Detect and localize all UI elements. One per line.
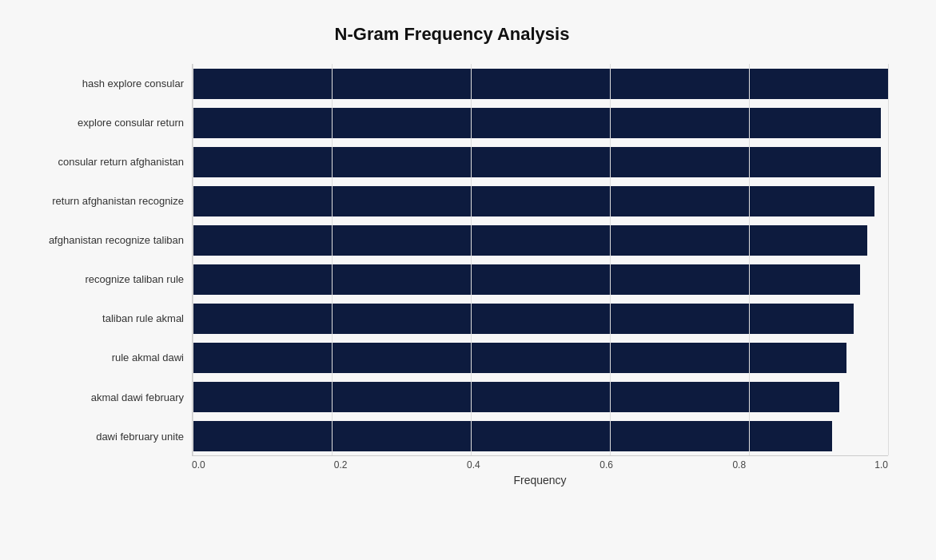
bar-row [193, 419, 888, 454]
bar-row [193, 66, 888, 101]
bar-row [193, 145, 888, 180]
bar-row [193, 340, 888, 375]
x-tick: 0.0 [192, 459, 224, 471]
x-tick: 0.2 [325, 459, 356, 471]
gridline [888, 64, 889, 455]
bar-row [193, 379, 888, 415]
y-label: consular return afghanistan [58, 156, 184, 169]
y-label: afghanistan recognize taliban [49, 234, 184, 247]
bar-row [193, 262, 888, 297]
bar [193, 69, 888, 99]
y-axis: hash explore consularexplore consular re… [16, 64, 192, 488]
x-axis-label: Frequency [192, 474, 888, 487]
y-label: rule akmal dawi [112, 351, 184, 364]
bar [193, 225, 867, 256]
y-label: taliban rule akmal [102, 312, 184, 325]
y-label: dawi february unite [96, 431, 184, 443]
y-label: explore consular return [78, 117, 184, 129]
chart-container: N-Gram Frequency Analysis hash explore c… [0, 0, 936, 560]
bars-and-x: 0.00.20.40.60.81.0 Frequency [192, 64, 888, 488]
bar [193, 264, 860, 295]
chart-title: N-Gram Frequency Analysis [16, 24, 888, 45]
chart-area: hash explore consularexplore consular re… [16, 64, 888, 488]
x-tick: 0.4 [457, 459, 489, 471]
x-tick: 0.6 [591, 459, 623, 471]
y-label: return afghanistan recognize [52, 195, 184, 208]
bar [193, 186, 874, 216]
y-label: akmal dawi february [91, 391, 184, 404]
x-tick: 0.8 [723, 459, 755, 471]
bar [193, 382, 839, 412]
bar-row [193, 223, 888, 258]
bar [193, 304, 854, 334]
bar-row [193, 105, 888, 141]
x-tick: 1.0 [856, 459, 888, 471]
y-label: recognize taliban rule [85, 273, 184, 286]
bar [193, 108, 881, 138]
bar [193, 343, 846, 373]
bar [193, 421, 832, 451]
bars-wrapper [192, 64, 888, 456]
bar-row [193, 301, 888, 336]
bar-row [193, 184, 888, 219]
x-axis: 0.00.20.40.60.81.0 Frequency [192, 456, 888, 488]
y-label: hash explore consular [82, 77, 184, 90]
bar [193, 147, 881, 177]
